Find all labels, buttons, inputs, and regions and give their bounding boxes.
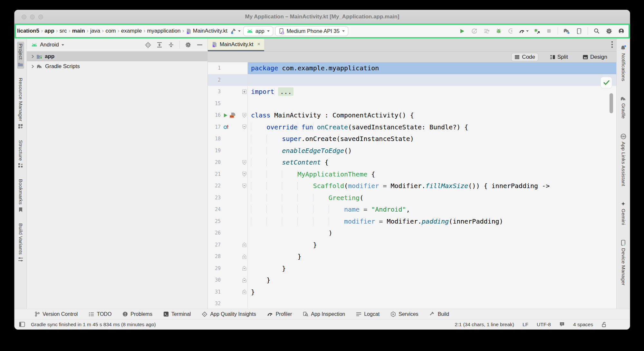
tree-item-app[interactable]: app — [27, 51, 207, 61]
breadcrumb-myapplication[interactable]: myapplication — [146, 27, 181, 35]
indent-widget[interactable]: 4 spaces — [571, 322, 596, 327]
profiler-button[interactable] — [518, 26, 529, 36]
code-text[interactable]: } — [248, 263, 616, 275]
code-text[interactable]: override fun onCreate(savedInstanceState… — [248, 121, 616, 133]
override-method-icon[interactable] — [223, 124, 229, 130]
tool-window-button-structure[interactable]: Structure — [17, 138, 24, 170]
panel-toggle-icon[interactable] — [19, 322, 25, 327]
event-log-icon[interactable] — [557, 322, 567, 327]
code-line-2[interactable]: 2 — [208, 74, 616, 86]
gear-icon[interactable] — [184, 41, 193, 49]
apply-code-changes-button[interactable] — [482, 26, 491, 36]
code-line-19[interactable]: 19 enableEdgeToEdge() — [208, 145, 616, 157]
breadcrumb-java[interactable]: java — [90, 27, 101, 35]
expand-all-icon[interactable] — [155, 41, 164, 49]
apply-changes-restart-activity-button[interactable]: A — [469, 26, 479, 36]
tool-window-button-project[interactable]: Project — [17, 42, 24, 69]
chevron-down-icon[interactable] — [62, 44, 64, 47]
tool-window-button-app-inspection[interactable]: App Inspection — [303, 311, 345, 317]
code-text[interactable]: name = "Android", — [248, 204, 616, 216]
code-line-26[interactable]: 26 ) — [208, 227, 616, 239]
view-mode-code[interactable]: Code — [511, 53, 538, 61]
device-manager-button[interactable] — [574, 26, 584, 36]
profile-debuggable-button[interactable] — [532, 26, 542, 36]
compose-preview-icon[interactable]: <> — [229, 112, 235, 118]
code-text[interactable] — [248, 98, 616, 110]
code-text[interactable]: package com.example.myapplication — [248, 62, 616, 74]
folded-code-pill[interactable]: ... — [278, 87, 293, 96]
run-configuration-select[interactable]: app — [243, 26, 273, 36]
breadcrumb-src[interactable]: src — [59, 27, 68, 35]
fold-marker-icon[interactable] — [242, 113, 246, 118]
settings-button[interactable] — [604, 26, 614, 36]
editor-scrollbar[interactable] — [610, 93, 613, 113]
fold-marker-icon[interactable] — [242, 172, 246, 176]
zoom-window-button[interactable] — [38, 15, 43, 19]
tool-window-button-todo[interactable]: TODO — [89, 311, 111, 317]
code-line-18[interactable]: 18 super.onCreate(savedInstanceState) — [208, 133, 616, 145]
fold-marker-icon[interactable] — [242, 160, 246, 165]
code-line-1[interactable]: 1package com.example.myapplication — [208, 62, 616, 74]
close-icon[interactable]: × — [257, 41, 260, 47]
stop-button[interactable] — [544, 26, 554, 36]
code-line-29[interactable]: 29 } — [208, 263, 616, 275]
code-text[interactable]: Scaffold(modifier = Modifier.fillMaxSize… — [248, 180, 616, 192]
tab-mainactivity[interactable]: MainActivity.kt × — [208, 38, 264, 51]
view-mode-split[interactable]: Split — [547, 53, 571, 61]
tool-window-button-problems[interactable]: Problems — [122, 311, 152, 317]
code-line-15[interactable]: 15 — [208, 98, 616, 110]
locate-icon[interactable] — [143, 41, 152, 49]
code-pane[interactable]: 1package com.example.myapplication23impo… — [208, 62, 616, 309]
tab-options-kebab-icon[interactable] — [611, 41, 613, 48]
inspections-ok-checkmark-icon[interactable] — [601, 77, 612, 88]
fold-marker-icon[interactable] — [242, 125, 246, 129]
tool-window-button-resource-manager[interactable]: Resource Manager — [17, 76, 24, 131]
tool-window-button-build-variants[interactable]: Build Variants — [17, 221, 24, 264]
code-line-17[interactable]: 17 override fun onCreate(savedInstanceSt… — [208, 121, 616, 133]
run-button[interactable] — [457, 26, 467, 36]
tool-window-button-app-links-assistant[interactable]: App Links Assistant — [620, 132, 627, 188]
line-ending-widget[interactable]: LF — [520, 322, 531, 327]
fold-marker-icon[interactable] — [242, 90, 246, 94]
minimize-window-button[interactable] — [30, 15, 35, 19]
code-text[interactable]: } — [248, 286, 616, 298]
breadcrumb-mainactivity-kt[interactable]: MainActivity.kt — [185, 27, 228, 35]
code-text[interactable]: } — [248, 239, 616, 251]
tool-window-button-build[interactable]: Build — [429, 311, 449, 317]
tool-window-button-app-quality-insights[interactable]: App Quality Insights — [202, 311, 256, 317]
code-text[interactable]: } — [248, 274, 616, 286]
code-text[interactable]: import ... — [248, 86, 616, 98]
chevron-right-icon[interactable] — [31, 65, 34, 68]
tool-window-button-gradle[interactable]: Gradle — [620, 94, 627, 121]
tool-window-button-gemini[interactable]: Gemini — [620, 199, 627, 227]
fold-marker-icon[interactable] — [242, 254, 246, 259]
code-text[interactable]: ) — [248, 227, 616, 239]
code-line-24[interactable]: 24 name = "Android", — [208, 204, 616, 216]
code-text[interactable]: class MainActivity : ComponentActivity()… — [248, 109, 616, 121]
project-view-selector[interactable]: Android — [40, 42, 59, 48]
fold-marker-icon[interactable] — [242, 242, 246, 247]
tool-window-button-logcat[interactable]: Logcat — [356, 311, 380, 317]
code-text[interactable]: setContent { — [248, 156, 616, 168]
code-text[interactable]: MyApplicationTheme { — [248, 168, 616, 180]
tool-window-button-device-manager[interactable]: Device Manager — [620, 238, 627, 287]
chevron-right-icon[interactable] — [31, 55, 34, 58]
code-line-20[interactable]: 20 setContent { — [208, 156, 616, 168]
tool-window-button-profiler[interactable]: Profiler — [267, 311, 292, 317]
encoding-widget[interactable]: UTF-8 — [534, 322, 553, 327]
fold-marker-icon[interactable] — [242, 289, 246, 294]
code-text[interactable] — [248, 74, 616, 86]
collapse-all-icon[interactable] — [167, 41, 176, 49]
view-mode-design[interactable]: Design — [580, 53, 610, 61]
breadcrumb-app[interactable]: app — [44, 27, 55, 35]
hide-icon[interactable] — [195, 41, 204, 49]
close-window-button[interactable] — [22, 15, 26, 19]
run-line-icon[interactable] — [223, 113, 228, 118]
code-line-3[interactable]: 3import ... — [208, 86, 616, 98]
breadcrumb-main[interactable]: main — [72, 27, 86, 35]
attach-debugger-button[interactable] — [506, 26, 516, 36]
code-line-25[interactable]: 25 modifier = Modifier.padding(innerPadd… — [208, 216, 616, 227]
code-text[interactable]: modifier = Modifier.padding(innerPadding… — [248, 216, 616, 227]
code-line-23[interactable]: 23 Greeting( — [208, 192, 616, 204]
code-text[interactable]: Greeting( — [248, 192, 616, 204]
